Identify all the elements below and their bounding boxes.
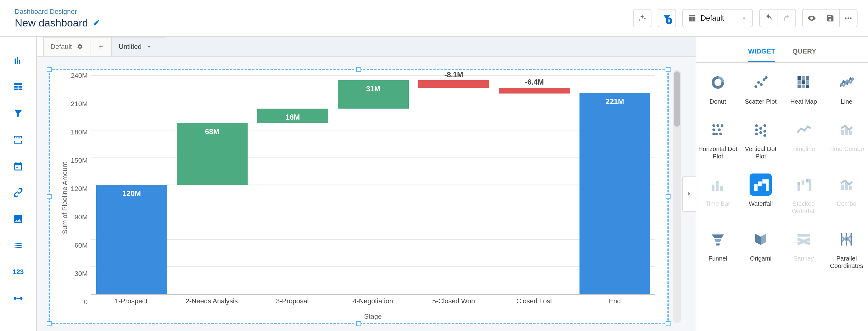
add-filter-widget[interactable]	[12, 107, 24, 119]
x-tick: End	[575, 297, 655, 313]
add-range-widget[interactable]	[12, 292, 24, 305]
selected-chart-widget[interactable]: Sum of Pipeline Amount 240M210M180M150M1…	[49, 69, 669, 324]
dashboard-title[interactable]: New dashboard	[15, 17, 88, 29]
slider-icon	[13, 293, 23, 304]
chart-type-donut[interactable]: Donut	[696, 71, 739, 105]
vdot-icon	[750, 119, 772, 141]
chart-type-label: Waterfall	[749, 200, 773, 207]
add-date-widget[interactable]	[12, 160, 24, 172]
chart-type-funnel[interactable]: Funnel	[696, 228, 739, 269]
add-image-widget[interactable]	[12, 213, 24, 225]
timecombo-icon	[835, 119, 858, 141]
tab-query[interactable]: QUERY	[792, 48, 816, 62]
add-list-widget[interactable]	[12, 239, 24, 252]
filter-icon	[13, 108, 23, 118]
chart-type-heatmap[interactable]: Heat Map	[782, 71, 825, 105]
redo-icon	[782, 14, 791, 23]
resize-handle[interactable]	[665, 321, 671, 326]
chart-type-label: Donut	[710, 98, 726, 105]
undo-redo-group	[759, 9, 796, 27]
edit-title-icon[interactable]	[93, 19, 100, 27]
chart-type-waterfall[interactable]: Waterfall	[739, 174, 782, 215]
chart-type-timebar[interactable]: Time Bar	[696, 174, 739, 215]
page-tab-untitled[interactable]: Untitled	[111, 37, 166, 56]
more-actions-button[interactable]	[839, 9, 858, 27]
svg-rect-13	[806, 76, 809, 80]
svg-point-25	[712, 132, 715, 136]
waterfall-bar[interactable]: 16M	[257, 109, 328, 123]
canvas-scrollbar[interactable]	[673, 70, 681, 323]
resize-handle[interactable]	[47, 321, 52, 326]
chart-type-stackedwf[interactable]: Stacked Waterfall	[782, 174, 825, 215]
add-container-widget[interactable]	[12, 133, 24, 146]
resize-handle[interactable]	[665, 67, 671, 72]
resize-handle[interactable]	[356, 321, 361, 326]
chart-type-label: Combo	[837, 200, 856, 207]
waterfall-bar[interactable]: -6.4M	[499, 88, 570, 93]
chart-type-origami[interactable]: Origami	[739, 228, 782, 269]
scrollbar-thumb[interactable]	[674, 71, 680, 127]
breadcrumb[interactable]: Dashboard Designer	[15, 8, 100, 16]
resize-handle[interactable]	[665, 194, 671, 199]
svg-rect-38	[849, 131, 852, 136]
svg-rect-49	[806, 179, 809, 182]
heatmap-icon	[793, 71, 815, 93]
svg-rect-17	[798, 85, 801, 88]
svg-rect-11	[798, 76, 801, 80]
svg-marker-56	[716, 244, 720, 246]
redo-button[interactable]	[778, 9, 796, 27]
chart-type-line[interactable]: Line	[825, 71, 868, 105]
ellipsis-icon	[844, 14, 852, 23]
chevron-right-icon	[686, 190, 693, 197]
toggle-right-panel[interactable]	[682, 176, 696, 212]
canvas-grid[interactable]: Sum of Pipeline Amount 240M210M180M150M1…	[37, 57, 696, 331]
chart-type-scatter[interactable]: Scatter Plot	[739, 71, 782, 105]
waterfall-bar[interactable]: 221M	[580, 93, 650, 294]
theme-button[interactable]	[633, 9, 651, 27]
chart-type-timecombo[interactable]: Time Combo	[825, 119, 868, 160]
preview-button[interactable]	[802, 9, 820, 27]
chart-type-timeline[interactable]: Timeline	[782, 119, 825, 160]
chart-type-label: Origami	[750, 255, 771, 262]
tab-widget[interactable]: WIDGET	[748, 48, 775, 62]
link-icon	[13, 187, 23, 198]
undo-button[interactable]	[759, 9, 778, 27]
properties-panel: WIDGET QUERY DonutScatter PlotHeat MapLi…	[696, 37, 868, 331]
svg-rect-44	[763, 180, 766, 183]
svg-point-29	[755, 128, 758, 131]
svg-point-0	[845, 17, 846, 19]
add-chart-widget[interactable]	[12, 54, 24, 66]
page-tab-default[interactable]: Default	[43, 37, 90, 56]
layout-icon	[688, 14, 696, 23]
filter-count-badge: 0	[665, 18, 672, 24]
svg-rect-51	[841, 185, 844, 190]
waterfall-bar[interactable]: -8.1M	[418, 80, 489, 88]
waterfall-chart: Sum of Pipeline Amount 240M210M180M150M1…	[61, 76, 655, 321]
global-filters-button[interactable]: 0	[658, 9, 676, 27]
add-link-widget[interactable]	[12, 186, 24, 199]
add-page-button[interactable]	[90, 37, 112, 56]
svg-rect-47	[798, 182, 800, 185]
waterfall-bar[interactable]: 31M	[338, 80, 408, 109]
svg-point-20	[712, 124, 715, 127]
chart-type-vdot[interactable]: Vertical Dot Plot	[739, 119, 782, 160]
waterfall-bar[interactable]: 120M	[96, 185, 167, 294]
page-tab-bar: Default Untitled	[37, 37, 696, 57]
chart-type-picker: DonutScatter PlotHeat MapLineHorizontal …	[696, 63, 868, 331]
list-icon	[13, 240, 23, 251]
chart-type-sankey[interactable]: Sankey	[782, 228, 825, 269]
add-number-widget[interactable]: 123	[12, 266, 24, 278]
dashboard-canvas: Default Untitled	[37, 37, 696, 331]
chart-type-hdot[interactable]: Horizontal Dot Plot	[696, 119, 739, 160]
add-table-widget[interactable]	[12, 81, 24, 93]
layout-selector[interactable]: Default	[682, 9, 753, 27]
save-button[interactable]	[820, 9, 839, 27]
chart-type-combo[interactable]: Combo	[825, 174, 868, 215]
resize-handle[interactable]	[47, 67, 52, 72]
svg-point-1	[847, 17, 849, 19]
resize-handle[interactable]	[356, 67, 361, 72]
waterfall-bar[interactable]: 68M	[177, 123, 248, 185]
x-tick: 5-Closed Won	[413, 297, 494, 313]
resize-handle[interactable]	[47, 194, 52, 199]
chart-type-parcoord[interactable]: Parallel Coordinates	[825, 228, 868, 269]
